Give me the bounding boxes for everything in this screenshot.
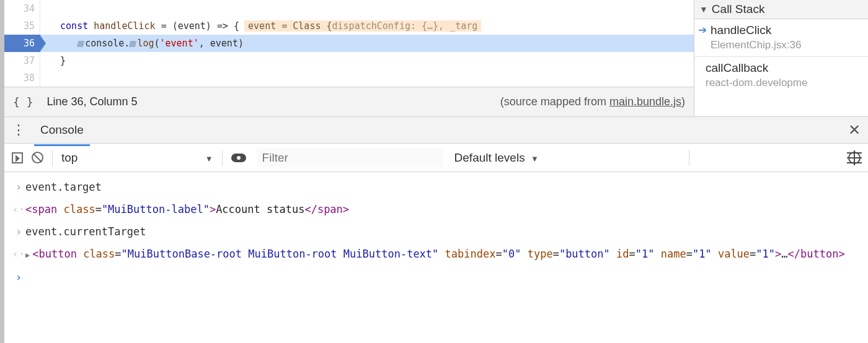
top-row: 3435 const handleClick = (event) => {eve…: [4, 0, 868, 116]
console-content: <span class="MuiButton-label">Account st…: [25, 199, 861, 219]
line-code: const handleClick = (event) => {event = …: [40, 17, 481, 35]
play-rect-icon[interactable]: [12, 152, 23, 163]
devtools-window: 3435 const handleClick = (event) => {eve…: [0, 0, 868, 343]
frame-location: react-dom.developme: [706, 76, 862, 90]
console-content: ▶<button class="MuiButtonBase-root MuiBu…: [25, 244, 861, 265]
line-code: [40, 0, 49, 17]
log-levels-selector[interactable]: Default levels ▼: [454, 151, 539, 165]
expand-icon[interactable]: ▶: [25, 251, 30, 259]
context-selector[interactable]: top ▼: [61, 151, 213, 165]
chevron-right-icon: ›: [12, 222, 25, 241]
line-code: }: [40, 52, 66, 69]
chevron-down-icon: ▼: [531, 154, 539, 163]
chevron-left-dim-icon: ‹·: [12, 199, 25, 219]
filter-input[interactable]: [257, 149, 443, 167]
console-input-echo[interactable]: ›event.target: [4, 176, 868, 198]
call-stack-header[interactable]: ▼ Call Stack: [694, 0, 868, 19]
chevron-right-icon: ›: [12, 267, 25, 287]
console-output-line[interactable]: ‹·▶<button class="MuiButtonBase-root Mui…: [4, 243, 868, 266]
close-icon[interactable]: ✕: [848, 121, 861, 139]
source-map-link[interactable]: main.bundle.js: [609, 95, 681, 108]
source-line[interactable]: 34: [4, 0, 694, 17]
console-prompt[interactable]: ›: [4, 266, 868, 289]
pretty-print-button[interactable]: { }: [13, 95, 33, 108]
source-map-info: (source mapped from main.bundle.js): [500, 95, 685, 108]
console-toolbar: top ▼ Default levels ▼: [4, 144, 868, 172]
call-stack-frame[interactable]: ➔handleClickElementChip.jsx:36: [694, 19, 868, 56]
live-expression-icon[interactable]: [231, 154, 246, 162]
console-content: event.target: [25, 177, 861, 197]
line-number[interactable]: 37: [4, 52, 40, 69]
line-code: [40, 69, 49, 87]
cursor-position: Line 36, Column 5: [47, 95, 138, 108]
call-stack-frame[interactable]: callCallbackreact-dom.developme: [694, 56, 868, 94]
call-stack-title: Call Stack: [712, 2, 765, 16]
chevron-left-dim-icon: ‹·: [12, 244, 25, 264]
source-line[interactable]: 38: [4, 69, 694, 87]
frame-location: ElementChip.jsx:36: [711, 38, 801, 53]
line-number[interactable]: 38: [4, 69, 40, 87]
kebab-menu-icon[interactable]: ⋮: [12, 122, 25, 138]
drawer-tabs: ⋮ Console ✕: [4, 116, 868, 144]
source-line[interactable]: 35 const handleClick = (event) => {event…: [4, 17, 694, 35]
source-line[interactable]: 37 }: [4, 52, 694, 69]
console-output-line[interactable]: ‹·<span class="MuiButton-label">Account …: [4, 198, 868, 220]
console-output[interactable]: ›event.target‹·<span class="MuiButton-la…: [4, 172, 868, 289]
current-frame-icon: ➔: [698, 23, 707, 38]
line-number[interactable]: 36: [4, 35, 40, 52]
call-stack-pane: ▼ Call Stack ➔handleClickElementChip.jsx…: [694, 0, 868, 116]
gear-icon[interactable]: [848, 151, 861, 165]
source-line[interactable]: 36 console.log('event', event): [4, 35, 694, 52]
source-status-bar: { } Line 36, Column 5 (source mapped fro…: [4, 87, 694, 116]
frame-name: handleClick: [711, 23, 801, 38]
console-content: event.currentTarget: [25, 222, 861, 241]
line-code: console.log('event', event): [40, 35, 244, 52]
chevron-down-icon: ▼: [205, 154, 213, 163]
line-number[interactable]: 35: [4, 17, 40, 35]
console-input-echo[interactable]: ›event.currentTarget: [4, 220, 868, 243]
chevron-down-icon: ▼: [699, 4, 708, 14]
tab-console[interactable]: Console: [38, 118, 86, 142]
line-number[interactable]: 34: [4, 0, 40, 17]
frame-name: callCallback: [706, 61, 862, 76]
source-code[interactable]: 3435 const handleClick = (event) => {eve…: [4, 0, 694, 87]
source-pane: 3435 const handleClick = (event) => {eve…: [4, 0, 694, 116]
clear-console-icon[interactable]: [32, 152, 43, 163]
chevron-right-icon: ›: [12, 177, 25, 197]
